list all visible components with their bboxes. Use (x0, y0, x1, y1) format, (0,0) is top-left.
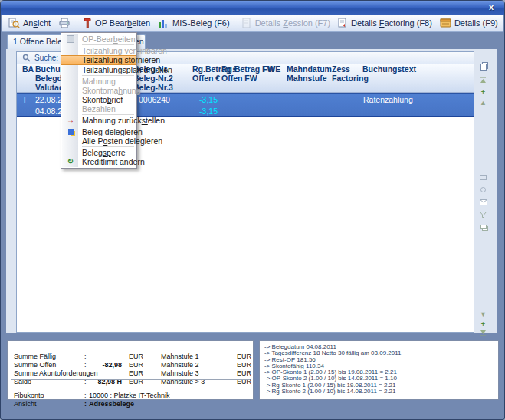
copy-grid-icon[interactable] (478, 62, 488, 72)
factoring-page-icon (338, 18, 348, 28)
bar-chart-icon (158, 18, 169, 28)
menu-separator (82, 75, 134, 76)
column-header-ba[interactable]: BA (22, 64, 34, 74)
move-down-icon[interactable]: ▼ (478, 309, 488, 319)
print-button[interactable] (54, 16, 74, 30)
menu-item-belegsperre[interactable]: Belegsperre (61, 148, 136, 157)
add-icon[interactable]: + (478, 87, 488, 97)
op-bearbeiten-dropdown-menu: OP-Bearbeiten Teilzahlung vereinbaren Te… (61, 32, 137, 169)
menu-item-op-bearbeiten[interactable]: OP-Bearbeiten (61, 34, 136, 44)
cell-ba: T (22, 94, 27, 105)
mis-beleg-button[interactable]: MIS-Beleg (F6) (154, 16, 234, 30)
main-toolbar: Ansicht OP Bearbeiten MIS-Beleg (F6) Det… (2, 15, 503, 32)
card-view-icon[interactable] (478, 172, 488, 182)
menu-item-kreditlimit-aendern[interactable]: ↻ Kreditlimit ändern (61, 157, 136, 166)
scroll-bottom-icon[interactable] (478, 328, 488, 338)
column-header-fwe[interactable]: FWE (263, 64, 280, 74)
detail-line: -> Rg-Skonto 2 (1.00 / 10) bis 14.08.201… (264, 389, 494, 395)
menu-item-skontobrief[interactable]: Skontobrief (61, 95, 136, 104)
printer-icon (58, 18, 71, 28)
cell-buchungstext: Ratenzahlung (363, 94, 413, 105)
cell-beleg-nr: 0006240 (139, 94, 170, 105)
details-factoring-label: Details Factoring (F8) (351, 18, 432, 28)
menu-item-alle-posten-delegieren[interactable]: Alle Posten delegieren (61, 136, 136, 146)
summary-row-offen: Summe Offen:-82,98EURMahnstufe 2EUR (8, 353, 19, 361)
details-label: Details (F9) (454, 18, 498, 28)
summary-row-saldo: Saldo:82,98 HEURMahnstufe > 3EUR (8, 369, 19, 378)
view-magnifier-icon (8, 18, 20, 28)
layers-icon[interactable] (478, 221, 488, 231)
menu-item-mahnung[interactable]: Mahnung (61, 77, 136, 86)
menu-item-skontomahnung[interactable]: Skontomahnung (61, 86, 136, 95)
title-bar[interactable]: OP-Verwaltung: 10000/Platzke IT-Technik … (1, 1, 504, 15)
zession-page-icon (242, 18, 252, 28)
summary-panel: Summe Fällig:EURMahnstufe 1EUR Summe Off… (7, 340, 254, 400)
summary-row-faellig: Summe Fällig:EURMahnstufe 1EUR (8, 344, 19, 353)
skonto-details-panel: -> Belegdatum 04.08.2011 -> Tagesdiffere… (259, 340, 499, 400)
close-button[interactable]: x (486, 1, 497, 15)
column-header-mahndatum[interactable]: MahndatumMahnstufe (287, 64, 332, 83)
search-label: Suche: (34, 54, 58, 62)
menu-item-teilzahlung-stornieren[interactable]: Teilzahlung stornieren (61, 55, 136, 65)
hammer-icon (83, 18, 92, 28)
op-bearbeiten-label: OP Bearbeiten (95, 18, 150, 28)
menu-separator (82, 114, 134, 115)
menu-separator (82, 126, 134, 126)
delegate-icon (64, 127, 77, 136)
panel-divider (11, 379, 250, 380)
menu-item-teilzahlung-vereinbaren[interactable]: Teilzahlung vereinbaren (61, 46, 136, 55)
ansicht-row: Ansicht:Adressbelege (8, 392, 19, 400)
move-up-icon[interactable]: ▲ (478, 97, 488, 107)
cell-offen: -3,15 (170, 106, 218, 116)
scroll-top-icon[interactable] (478, 75, 488, 85)
details-factoring-button[interactable]: Details Factoring (F8) (334, 16, 436, 30)
zoom-icon[interactable] (478, 185, 488, 195)
op-bearbeiten-button[interactable]: OP Bearbeiten (79, 16, 154, 30)
filter-icon[interactable] (478, 209, 488, 219)
details-card-icon (440, 18, 451, 28)
ansicht-button[interactable]: Ansicht (5, 16, 54, 30)
menu-item-teilzahlungsplan-drucken[interactable]: Teilzahlungsplan drucken (61, 65, 136, 74)
red-arrow-icon: → (64, 116, 77, 125)
details-zession-button[interactable]: Details Zession (F7) (238, 16, 334, 30)
refresh-icon: ↻ (64, 157, 77, 166)
edit-icon (64, 34, 77, 44)
op-verwaltung-window: OP-Verwaltung: 10000/Platzke IT-Technik … (0, 0, 505, 420)
details-zession-label: Details Zession (F7) (255, 18, 330, 28)
cell-rg-betrag: -3,15 (170, 94, 218, 105)
mail-icon[interactable] (478, 197, 488, 207)
menu-item-bezahlen[interactable]: Bezahlen (61, 104, 136, 113)
ansicht-label: Ansicht (23, 18, 51, 28)
mis-beleg-label: MIS-Beleg (F6) (172, 18, 230, 28)
menu-item-beleg-delegieren[interactable]: Beleg delegieren (61, 127, 136, 136)
fibukonto-row: Fibukonto:10000 : Platzke IT-Technik (8, 383, 19, 392)
menu-separator (82, 146, 134, 147)
side-icon-strip: + ▲ ▼ + (477, 51, 490, 333)
menu-item-mahnung-zurueckstellen[interactable]: → Mahnung zurückstellen (61, 116, 136, 125)
details-button[interactable]: Details (F9) (436, 16, 502, 30)
summary-row-akonto: Summe Akontoforderungen:EURMahnstufe 3EU… (8, 361, 19, 369)
column-header-buchungstext[interactable]: Buchungstext (362, 64, 416, 74)
search-icon (22, 54, 31, 62)
menu-separator (82, 44, 134, 45)
